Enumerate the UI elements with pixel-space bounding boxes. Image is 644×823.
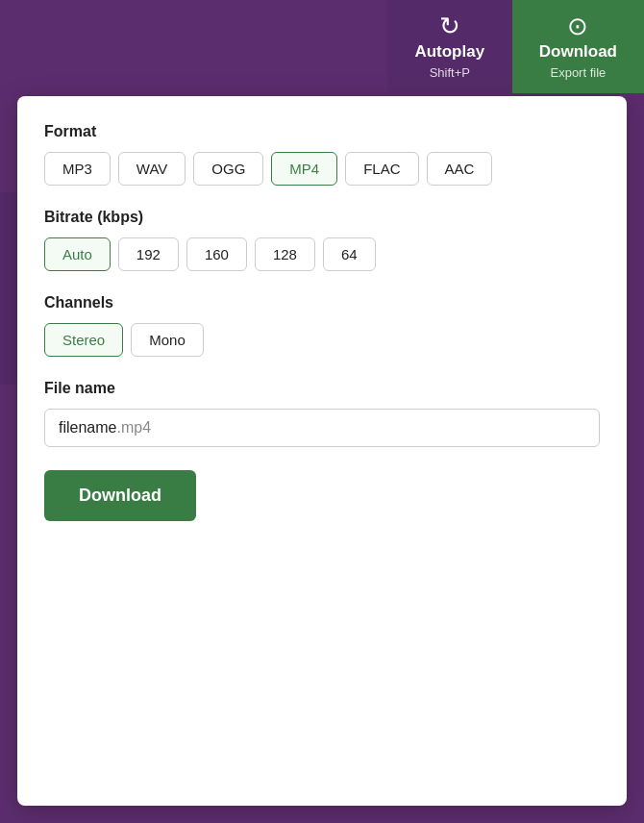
autoplay-label: Autoplay xyxy=(414,42,484,62)
format-options-group: MP3 WAV OGG MP4 FLAC AAC xyxy=(44,152,600,186)
download-tab-label: Download xyxy=(539,42,617,62)
bitrate-option-auto[interactable]: Auto xyxy=(44,237,111,271)
bitrate-option-64[interactable]: 64 xyxy=(323,237,376,271)
bitrate-option-160[interactable]: 160 xyxy=(186,237,247,271)
autoplay-shortcut: Shift+P xyxy=(430,65,470,80)
bitrate-options-group: Auto 192 160 128 64 xyxy=(44,237,600,271)
bitrate-option-192[interactable]: 192 xyxy=(118,237,179,271)
download-button[interactable]: Download xyxy=(44,470,196,521)
download-tab-sublabel: Export file xyxy=(550,65,606,80)
toolbar: ↻ Autoplay Shift+P ⊙ Download Export fil… xyxy=(387,0,644,93)
download-panel: Format MP3 WAV OGG MP4 FLAC AAC Bitrate … xyxy=(17,96,627,806)
filename-section-label: File name xyxy=(44,380,600,397)
download-tab-button[interactable]: ⊙ Download Export file xyxy=(512,0,644,93)
channels-option-mono[interactable]: Mono xyxy=(131,323,204,357)
filename-name: filename xyxy=(59,419,116,436)
filename-ext: .mp4 xyxy=(116,419,151,436)
channels-section-label: Channels xyxy=(44,294,600,312)
bitrate-option-128[interactable]: 128 xyxy=(255,237,315,271)
format-option-aac[interactable]: AAC xyxy=(427,152,493,186)
filename-input[interactable]: filename .mp4 xyxy=(44,409,600,447)
download-tab-icon: ⊙ xyxy=(567,13,588,38)
bitrate-section-label: Bitrate (kbps) xyxy=(44,209,600,226)
format-option-mp3[interactable]: MP3 xyxy=(44,152,111,186)
channels-option-stereo[interactable]: Stereo xyxy=(44,323,123,357)
format-option-mp4[interactable]: MP4 xyxy=(271,152,337,186)
format-option-wav[interactable]: WAV xyxy=(118,152,186,186)
autoplay-icon: ↻ xyxy=(439,13,460,38)
format-option-flac[interactable]: FLAC xyxy=(345,152,418,186)
format-section-label: Format xyxy=(44,123,600,140)
channels-options-group: Stereo Mono xyxy=(44,323,600,357)
autoplay-button[interactable]: ↻ Autoplay Shift+P xyxy=(387,0,512,93)
waveform-decoration xyxy=(0,192,19,385)
format-option-ogg[interactable]: OGG xyxy=(193,152,263,186)
